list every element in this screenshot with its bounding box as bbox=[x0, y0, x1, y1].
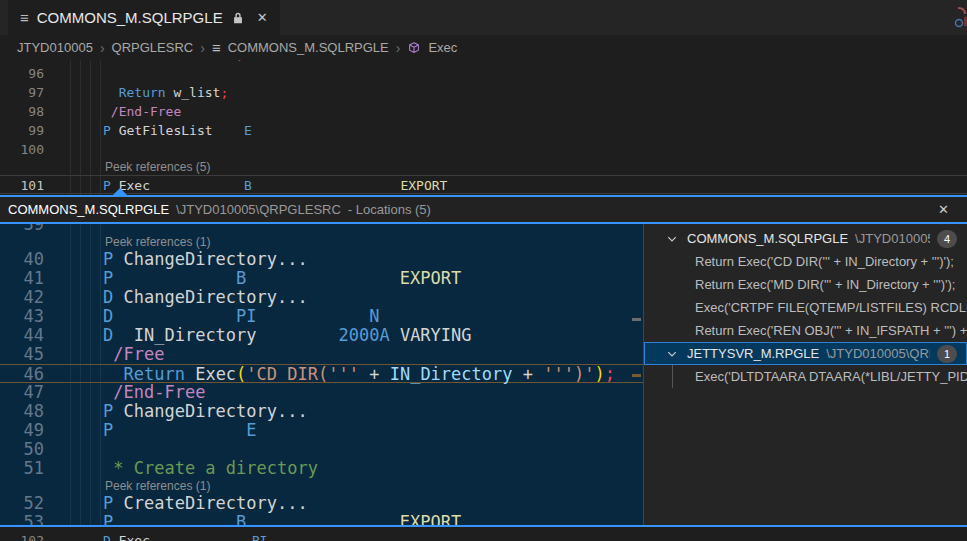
code-line-text: D IN_Directory 2000A VARYING bbox=[103, 326, 472, 345]
code-line[interactable]: 53P B EXPORT bbox=[0, 513, 644, 525]
code-line[interactable]: 97 Return w_list; bbox=[0, 83, 967, 102]
code-line[interactable]: 44D IN_Directory 2000A VARYING bbox=[0, 326, 644, 345]
tree-reference-row[interactable]: Exec('DLTDTAARA DTAARA(*LIBL/JETTY_PID)'… bbox=[644, 365, 967, 388]
chevron-down-icon[interactable] bbox=[666, 348, 680, 360]
tree-reference-row[interactable]: Return Exec('REN OBJ(''' + IN_IFSPATH + … bbox=[644, 319, 967, 342]
vscode-window: ≡ COMMONS_M.SQLRPGLE ✕ JTYD010005 › QRPG… bbox=[0, 0, 967, 541]
code-line-text: P B EXPORT bbox=[103, 269, 461, 288]
file-list-icon: ≡ bbox=[20, 10, 29, 25]
tree-reference-row[interactable]: Return Exec('MD DIR(''' + IN_Directory +… bbox=[644, 273, 967, 296]
tab-commons-m-sqlrpgle[interactable]: ≡ COMMONS_M.SQLRPGLE ✕ bbox=[8, 0, 280, 35]
line-number: 51 bbox=[0, 459, 44, 478]
main-code-editor[interactable]: Exec('...');9697 Return w_list;98 /End-F… bbox=[0, 60, 967, 195]
line-number: 42 bbox=[0, 288, 44, 307]
tree-reference-text: Exec('DLTDTAARA DTAARA(*LIBL/JETTY_PID)'… bbox=[695, 369, 967, 384]
code-line[interactable]: 40P ChangeDirectory... bbox=[0, 250, 644, 269]
peek-code-editor[interactable]: 39Peek references (1)40P ChangeDirectory… bbox=[0, 224, 644, 525]
line-number: 102 bbox=[0, 531, 44, 541]
code-line[interactable]: 46 Return Exec('CD DIR(''' + IN_Director… bbox=[0, 364, 644, 383]
code-line[interactable]: 101P Exec B EXPORT bbox=[0, 175, 967, 194]
code-line[interactable]: 43D PI N bbox=[0, 307, 644, 326]
codelens-peek-references-link[interactable]: Peek references (1) bbox=[0, 478, 644, 494]
line-number: 98 bbox=[0, 102, 44, 121]
code-line[interactable]: 52P CreateDirectory... bbox=[0, 494, 644, 513]
tree-file-name: JETTYSVR_M.RPGLE bbox=[687, 346, 819, 361]
tree-reference-text: Exec('CRTPF FILE(QTEMP/LISTFILES) RCDLEN… bbox=[695, 300, 967, 315]
breadcrumb-separator: › bbox=[200, 40, 205, 56]
tree-indent-guide bbox=[672, 365, 673, 388]
code-line[interactable]: 100 bbox=[0, 140, 967, 159]
references-tree: COMMONS_M.SQLRPGLE\JTYD010005\Q...4Retur… bbox=[644, 224, 967, 525]
partial-editor-action-icon[interactable] bbox=[954, 5, 967, 31]
line-number: 39 bbox=[0, 224, 44, 234]
line-number: 49 bbox=[0, 421, 44, 440]
codelens-peek-references-link[interactable]: Peek references (1) bbox=[0, 234, 644, 250]
peek-close-icon[interactable]: ✕ bbox=[938, 202, 959, 217]
tree-file-path: \JTYD010005\QRPGLE... bbox=[826, 346, 930, 361]
tree-file-row[interactable]: JETTYSVR_M.RPGLE\JTYD010005\QRPGLE...1 bbox=[644, 342, 967, 365]
code-line[interactable]: 98 /End-Free bbox=[0, 102, 967, 121]
code-line[interactable]: 50 bbox=[0, 440, 644, 459]
tab-bar: ≡ COMMONS_M.SQLRPGLE ✕ bbox=[0, 0, 967, 35]
clipped-editor-line: 102D Exec... PI bbox=[0, 527, 967, 541]
line-number: 100 bbox=[0, 140, 44, 159]
code-line[interactable]: 45 /Free bbox=[0, 345, 644, 364]
line-number: 48 bbox=[0, 402, 44, 421]
code-line[interactable]: 96 bbox=[0, 64, 967, 83]
chevron-down-icon[interactable] bbox=[666, 233, 680, 245]
code-line-text: P B EXPORT bbox=[103, 513, 461, 525]
code-line[interactable]: 51 * Create a directory bbox=[0, 459, 644, 478]
code-line-text: P Exec B EXPORT bbox=[103, 176, 447, 195]
tree-file-row[interactable]: COMMONS_M.SQLRPGLE\JTYD010005\Q...4 bbox=[644, 227, 967, 250]
code-line-text: P ChangeDirectory... bbox=[103, 402, 308, 421]
tree-reference-row[interactable]: Exec('CRTPF FILE(QTEMP/LISTFILES) RCDLEN… bbox=[644, 296, 967, 319]
line-number: 43 bbox=[0, 307, 44, 326]
code-line[interactable]: 99P GetFilesList E bbox=[0, 121, 967, 140]
breadcrumb-item-member[interactable]: COMMONS_M.SQLRPGLE bbox=[228, 40, 389, 55]
tree-reference-text: Return Exec('REN OBJ(''' + IN_IFSPATH + … bbox=[695, 323, 967, 338]
code-line-text: P CreateDirectory... bbox=[103, 494, 308, 513]
line-number: 53 bbox=[0, 513, 44, 525]
peek-title-filename: COMMONS_M.SQLRPGLE bbox=[8, 202, 169, 217]
code-line-text: /End-Free bbox=[103, 383, 205, 402]
symbol-method-icon bbox=[407, 41, 421, 55]
code-line[interactable]: 42D ChangeDirectory... bbox=[0, 288, 644, 307]
code-line-text: * Create a directory bbox=[103, 459, 318, 478]
lock-icon[interactable] bbox=[231, 11, 245, 25]
code-line-text: /Free bbox=[103, 345, 164, 364]
reference-count-badge: 4 bbox=[937, 230, 957, 248]
codelens-peek-references-link[interactable]: Peek references (5) bbox=[0, 159, 967, 175]
peek-title-meta: - Locations (5) bbox=[348, 202, 431, 217]
breadcrumb-item-srcfile[interactable]: QRPGLESRC bbox=[112, 40, 194, 55]
code-line-text: Return w_list; bbox=[103, 83, 228, 102]
peek-title-path: \JTYD010005\QRPGLESRC bbox=[176, 202, 341, 217]
tree-file-path: \JTYD010005\Q... bbox=[855, 231, 930, 246]
code-line[interactable]: 41P B EXPORT bbox=[0, 269, 644, 288]
tree-reference-row[interactable]: Return Exec('CD DIR(''' + IN_Directory +… bbox=[644, 250, 967, 273]
line-number: 101 bbox=[0, 176, 44, 195]
code-line-text: D ChangeDirectory... bbox=[103, 288, 308, 307]
tree-reference-text: Return Exec('MD DIR(''' + IN_Directory +… bbox=[695, 277, 955, 292]
code-line-text: P ChangeDirectory... bbox=[103, 250, 308, 269]
line-number: 52 bbox=[0, 494, 44, 513]
breadcrumb-separator: › bbox=[100, 40, 105, 56]
code-line[interactable]: 48P ChangeDirectory... bbox=[0, 402, 644, 421]
peek-anchor-arrow bbox=[112, 188, 128, 196]
reference-count-badge: 1 bbox=[937, 345, 957, 363]
line-number: 47 bbox=[0, 383, 44, 402]
code-line-text: P E bbox=[103, 421, 257, 440]
code-line[interactable]: 102D Exec... PI bbox=[0, 531, 967, 541]
line-number: 44 bbox=[0, 326, 44, 345]
breadcrumb-item-library[interactable]: JTYD010005 bbox=[17, 40, 93, 55]
line-number: 99 bbox=[0, 121, 44, 140]
code-line[interactable]: 49P E bbox=[0, 421, 644, 440]
code-line-text: D PI N bbox=[103, 307, 379, 326]
file-list-icon: ≡ bbox=[212, 40, 221, 55]
breadcrumb-separator: › bbox=[396, 40, 401, 56]
breadcrumb-item-symbol-exec[interactable]: Exec bbox=[428, 40, 457, 55]
line-number: 45 bbox=[0, 345, 44, 364]
close-icon[interactable]: ✕ bbox=[257, 10, 268, 25]
code-line[interactable]: 47 /End-Free bbox=[0, 383, 644, 402]
line-number: 97 bbox=[0, 83, 44, 102]
code-line[interactable]: 39 bbox=[0, 224, 644, 234]
